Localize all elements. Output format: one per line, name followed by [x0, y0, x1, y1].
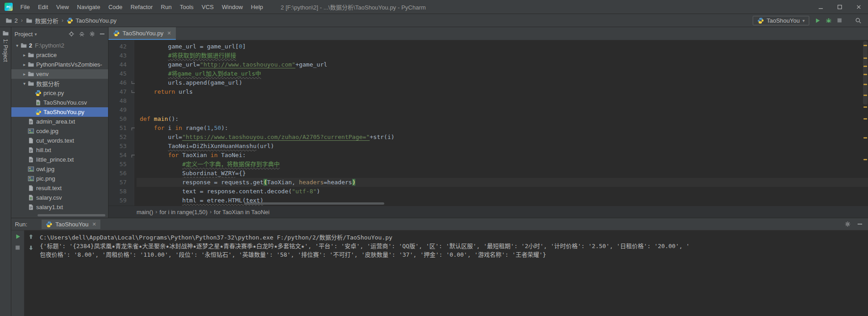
- menu-vcs[interactable]: VCS: [198, 0, 218, 14]
- code-line-44[interactable]: 44 game_url="http://www.taoshouyou.com"+…: [108, 60, 868, 69]
- run-tab-taoshouyou[interactable]: TaoShouYou ✕: [42, 220, 100, 229]
- hide-run-panel-button[interactable]: [857, 221, 863, 227]
- project-item-cut_words.text[interactable]: cut_words.text: [11, 136, 108, 145]
- project-item-admin_area.txt[interactable]: admin_area.txt: [11, 117, 108, 126]
- project-panel-title[interactable]: Project: [14, 31, 33, 38]
- warning-stripe-mark[interactable]: [863, 95, 867, 96]
- run-settings-button[interactable]: [844, 221, 851, 227]
- code-line-56[interactable]: 56 Subordinat_WZRY={}: [108, 169, 868, 178]
- menu-tools[interactable]: Tools: [176, 0, 198, 14]
- code-line-43[interactable]: 43 #将获取到的数据进行拼接: [108, 51, 868, 60]
- editor-breadcrumb[interactable]: for i in range(1,50): [160, 209, 208, 215]
- maximize-window-button[interactable]: [830, 0, 849, 14]
- expander-right-icon[interactable]: ▸: [21, 72, 28, 77]
- menu-edit[interactable]: Edit: [34, 0, 52, 14]
- code-line-50[interactable]: 50def main():: [108, 115, 868, 124]
- project-tool-window-button[interactable]: 1: Project: [2, 39, 9, 62]
- code-line-53[interactable]: 53 TaoNei=DiZhiXunHuanHanshu(url): [108, 142, 868, 151]
- fold-marker-icon[interactable]: [129, 78, 137, 87]
- project-item-数据分析[interactable]: ▾数据分析: [11, 79, 108, 88]
- warning-stripe-mark[interactable]: [863, 137, 867, 139]
- expander-right-icon[interactable]: ▸: [21, 62, 28, 67]
- debug-button[interactable]: [826, 17, 832, 24]
- project-horizontal-scrollbar[interactable]: [38, 214, 105, 216]
- nav-breadcrumb-TaoShouYou.py[interactable]: TaoShouYou.py: [66, 17, 118, 24]
- code-line-55[interactable]: 55 #定义一个字典，将数据保存到字典中: [108, 160, 868, 169]
- project-item-code.jpg[interactable]: code.jpg: [11, 126, 108, 136]
- code-line-46[interactable]: 46 urls.append(game_url): [108, 78, 868, 87]
- menu-file[interactable]: File: [16, 0, 34, 14]
- up-stack-trace-button[interactable]: [28, 234, 34, 239]
- menu-navigate[interactable]: Navigate: [73, 0, 104, 14]
- fold-marker-icon[interactable]: [129, 87, 137, 96]
- expander-right-icon[interactable]: ▸: [21, 53, 28, 57]
- chevron-down-icon[interactable]: ▾: [34, 32, 37, 37]
- warning-stripe-mark[interactable]: [863, 84, 867, 85]
- fold-marker-icon[interactable]: [129, 151, 137, 160]
- project-item-PythonPlantsVsZombies-[interactable]: ▸PythonPlantsVsZombies-: [11, 60, 108, 69]
- code-line-42[interactable]: 42 game_url = game_url[0]: [108, 42, 868, 51]
- code-line-57[interactable]: 57 response = requests.get(TaoXian, head…: [108, 178, 868, 187]
- editor-tab-taoshouyou[interactable]: TaoShouYou.py ✕: [108, 27, 176, 40]
- warning-stripe-mark[interactable]: [863, 45, 867, 46]
- code-line-59[interactable]: 59 html = etree.HTML(text): [108, 196, 868, 205]
- project-item-salary.csv[interactable]: salary.csv: [11, 193, 108, 202]
- menu-window[interactable]: Window: [218, 0, 247, 14]
- panel-settings-button[interactable]: [89, 31, 95, 37]
- project-item-salary1.txt[interactable]: salary1.txt: [11, 202, 108, 212]
- warning-stripe-mark[interactable]: [863, 66, 867, 67]
- code-line-58[interactable]: 58 text = response.content.decode("utf-8…: [108, 187, 868, 196]
- menu-view[interactable]: View: [52, 0, 73, 14]
- warning-stripe-mark[interactable]: [863, 159, 867, 160]
- project-tool-window-icon[interactable]: [2, 30, 9, 37]
- warning-stripe-mark[interactable]: [863, 106, 867, 108]
- stop-button[interactable]: [837, 18, 842, 23]
- nav-breadcrumb-2[interactable]: 2: [5, 17, 19, 24]
- project-item-practice[interactable]: ▸practice: [11, 50, 108, 60]
- close-run-tab-icon[interactable]: ✕: [92, 221, 96, 227]
- editor-breadcrumb[interactable]: for TaoXian in TaoNei: [214, 209, 269, 215]
- project-item-hill.txt[interactable]: hill.txt: [11, 145, 108, 155]
- run-button[interactable]: [815, 18, 821, 24]
- project-item-result.text[interactable]: result.text: [11, 183, 108, 193]
- code-line-54[interactable]: 54 for TaoXian in TaoNei:: [108, 151, 868, 160]
- project-item-little_prince.txt[interactable]: little_prince.txt: [11, 155, 108, 164]
- project-item-price.py[interactable]: price.py: [11, 88, 108, 98]
- stop-process-button[interactable]: [15, 245, 20, 250]
- fold-marker-icon[interactable]: [129, 124, 137, 133]
- locate-file-button[interactable]: [68, 31, 75, 37]
- warning-stripe-mark[interactable]: [863, 118, 867, 120]
- code-line-45[interactable]: 45 #将game_url加入到date_urls中: [108, 69, 868, 78]
- collapse-all-button[interactable]: [79, 31, 85, 37]
- menu-code[interactable]: Code: [104, 0, 127, 14]
- menu-run[interactable]: Run: [157, 0, 176, 14]
- nav-breadcrumb-数据分析[interactable]: 数据分析: [25, 16, 59, 25]
- menu-refactor[interactable]: Refactor: [127, 0, 157, 14]
- code-line-48[interactable]: 48: [108, 96, 868, 105]
- editor-horizontal-scrollbar[interactable]: [244, 202, 384, 205]
- warning-stripe-mark[interactable]: [863, 57, 867, 59]
- editor-breadcrumb[interactable]: main(): [137, 209, 153, 215]
- hide-panel-button[interactable]: [99, 31, 105, 37]
- project-item-pic.png[interactable]: pic.png: [11, 174, 108, 183]
- expander-down-icon[interactable]: ▾: [14, 43, 20, 48]
- code-line-47[interactable]: 47 return urls: [108, 87, 868, 96]
- run-config-selector[interactable]: TaoShouYou ▾: [753, 16, 809, 25]
- menu-help[interactable]: Help: [247, 0, 267, 14]
- search-everywhere-icon[interactable]: [855, 17, 862, 24]
- rerun-button[interactable]: [15, 234, 21, 239]
- close-window-button[interactable]: [849, 0, 868, 14]
- code-line-51[interactable]: 51 for i in range(1,50):: [108, 124, 868, 133]
- project-item-2[interactable]: ▾2F:\python\2: [11, 41, 108, 50]
- code-editor[interactable]: 42 game_url = game_url[0]43 #将获取到的数据进行拼接…: [108, 40, 868, 206]
- code-line-49[interactable]: 49: [108, 105, 868, 115]
- code-line-52[interactable]: 52 url="https://www.taoshouyou.com/zuhao…: [108, 133, 868, 142]
- project-item-owl.jpg[interactable]: owl.jpg: [11, 164, 108, 174]
- project-item-TaoShouYou.py[interactable]: TaoShouYou.py: [11, 107, 108, 117]
- warning-stripe-mark[interactable]: [863, 74, 867, 75]
- expander-down-icon[interactable]: ▾: [21, 81, 28, 86]
- minimize-window-button[interactable]: [811, 0, 830, 14]
- project-item-venv[interactable]: ▸venv: [11, 69, 108, 79]
- editor-error-stripe[interactable]: [862, 40, 868, 206]
- down-stack-trace-button[interactable]: [28, 245, 34, 251]
